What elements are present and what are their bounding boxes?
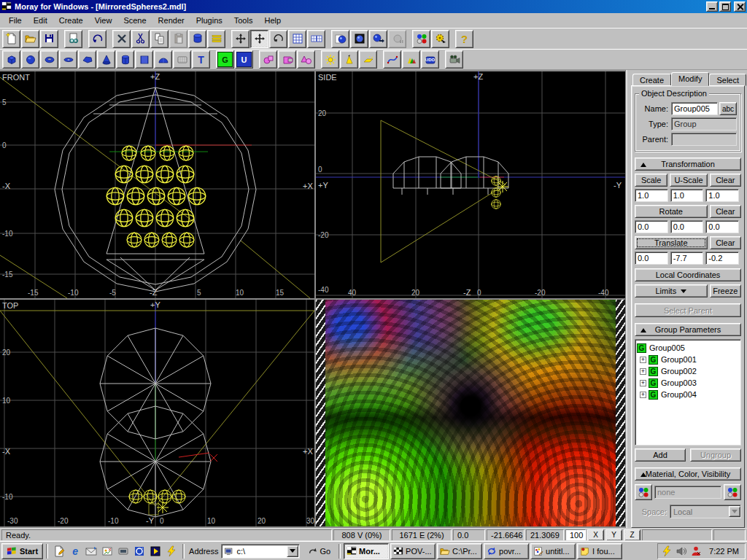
polygon-button[interactable] [78, 50, 96, 69]
expand-icon[interactable]: + [640, 368, 646, 375]
box-button[interactable] [2, 50, 20, 69]
axis-z-toggle[interactable]: Z [624, 529, 640, 541]
expand-icon[interactable]: + [640, 392, 646, 398]
rotate-z-field[interactable]: 0.0 [705, 220, 739, 233]
new-button[interactable] [2, 30, 20, 48]
name-field[interactable]: Group005 [671, 102, 718, 115]
zoom-level[interactable]: 100 [565, 529, 586, 541]
point-light-button[interactable] [321, 50, 339, 69]
color-balls-button[interactable] [412, 30, 430, 48]
add-button[interactable]: Add [635, 448, 686, 462]
quick-launch-compose[interactable] [51, 543, 67, 559]
torus-button[interactable] [40, 50, 58, 69]
top-canvas[interactable]: TOP +Y -X +X -Y 20 10 -10 -30 -20 -10 0 [0, 300, 314, 526]
copy-button[interactable] [150, 30, 169, 48]
menu-tools[interactable]: Tools [228, 15, 259, 26]
menu-edit[interactable]: Edit [28, 15, 53, 26]
quick-launch-winamp[interactable] [163, 543, 179, 559]
select-parent-button[interactable]: Select Parent [635, 303, 741, 317]
menu-create[interactable]: Create [53, 15, 89, 26]
viewport-render[interactable] [316, 300, 625, 526]
address-value[interactable]: c:\ [236, 547, 287, 556]
task-moray[interactable]: Mor... [344, 543, 389, 559]
axis-y-toggle[interactable]: Y [605, 529, 622, 541]
rotate-x-field[interactable]: 0.0 [635, 220, 668, 233]
rotate-clear-button[interactable]: Clear [710, 205, 741, 218]
move-view-button[interactable] [250, 30, 268, 48]
translate-y-field[interactable]: -7.7 [670, 252, 704, 265]
local-coordinates-button[interactable]: Local Coordinates [635, 268, 741, 281]
menu-help[interactable]: Help [258, 15, 287, 26]
quick-launch-media[interactable] [115, 543, 131, 559]
csg-difference-button[interactable] [278, 50, 296, 69]
minimize-button[interactable] [706, 1, 718, 12]
material-editor-button[interactable] [724, 484, 741, 500]
tree-item[interactable]: + G Group001 [637, 354, 739, 365]
help-button[interactable]: ? [455, 30, 473, 48]
tree-item[interactable]: + G Group003 [637, 377, 739, 389]
mesh-button[interactable] [173, 50, 191, 69]
tree-item-label[interactable]: Group003 [661, 378, 697, 387]
viewport-side[interactable]: SIDE +Z +Y -Y -Z 20 0 -20 -40 40 20 0 [316, 71, 625, 298]
tree-item[interactable]: + G Group004 [637, 389, 739, 400]
taskbar-grip[interactable] [46, 544, 48, 559]
address-dropdown-button[interactable] [287, 545, 298, 557]
tree-item[interactable]: + G Group002 [637, 365, 739, 377]
tree-item-label[interactable]: Group004 [661, 390, 697, 399]
cut-button[interactable] [131, 30, 150, 48]
rotate-view-button[interactable] [269, 30, 287, 48]
ungroup-button[interactable]: Ungroup [690, 448, 741, 462]
menu-plugins[interactable]: Plugins [190, 15, 228, 26]
csg-merge-button[interactable] [297, 50, 315, 69]
menu-scene[interactable]: Scene [117, 15, 152, 26]
quick-launch-player[interactable] [147, 543, 163, 559]
scale-x-field[interactable]: 1.0 [635, 189, 668, 202]
task-i-found[interactable]: I fou... [577, 543, 622, 559]
render-preview-button[interactable] [331, 30, 349, 48]
undo-button[interactable] [88, 30, 107, 48]
viewport-front[interactable]: FRONT +Z -X +X -Z 5 0 -10 -15 -15 -10 -5 [0, 71, 314, 298]
union-button[interactable]: U [235, 50, 253, 69]
menu-render[interactable]: Render [152, 15, 190, 26]
cylinder-button[interactable] [116, 50, 134, 69]
address-combo[interactable]: c:\ [221, 544, 300, 559]
quick-launch-image[interactable] [99, 543, 115, 559]
u-scale-button[interactable]: U-Scale [670, 174, 707, 187]
expand-icon[interactable]: + [640, 357, 646, 363]
front-canvas[interactable]: FRONT +Z -X +X -Z 5 0 -10 -15 -15 -10 -5 [0, 71, 314, 298]
freeze-button[interactable]: Freeze [710, 284, 741, 298]
text-button[interactable]: T [192, 50, 210, 69]
save-button[interactable] [40, 30, 58, 48]
axis-x-toggle[interactable]: X [587, 529, 604, 541]
render-export-button[interactable] [369, 30, 387, 48]
speaker-icon[interactable] [676, 545, 687, 557]
group-button[interactable]: G [216, 50, 234, 69]
material-header[interactable]: Material, Color, Visibility [635, 467, 741, 481]
task-povr[interactable]: povr... [484, 543, 529, 559]
material-picker-button[interactable] [635, 484, 652, 500]
taskbar-grip[interactable] [338, 544, 341, 559]
camera-button[interactable] [445, 50, 463, 69]
zoom-extents-button[interactable] [307, 30, 325, 48]
translate-button[interactable]: Translate [635, 236, 708, 249]
udo-button[interactable]: UDO [421, 50, 439, 69]
sweep-button[interactable] [383, 50, 401, 69]
translate-x-field[interactable]: 0.0 [635, 252, 668, 265]
group-tree[interactable]: G Group005 + G Group001 + G Group002 + [635, 339, 741, 446]
delete-button[interactable] [112, 30, 131, 48]
scale-y-field[interactable]: 1.0 [670, 189, 704, 202]
scale-z-field[interactable]: 1.0 [705, 189, 739, 202]
translate-clear-button[interactable]: Clear [710, 236, 741, 249]
quick-launch-ie[interactable]: e [67, 543, 83, 559]
disc-button[interactable] [59, 50, 77, 69]
task-povray[interactable]: POV-... [390, 543, 436, 559]
expand-icon[interactable]: + [640, 380, 646, 386]
quick-launch-mail[interactable] [83, 543, 99, 559]
open-button[interactable] [21, 30, 39, 48]
tab-create[interactable]: Create [632, 74, 671, 86]
task-explorer[interactable]: C:\Pr... [437, 543, 482, 559]
taskbar-grip[interactable] [182, 544, 185, 559]
triangles-button[interactable] [402, 50, 420, 69]
edit-object-button[interactable] [188, 30, 206, 48]
tab-modify[interactable]: Modify [671, 72, 709, 86]
